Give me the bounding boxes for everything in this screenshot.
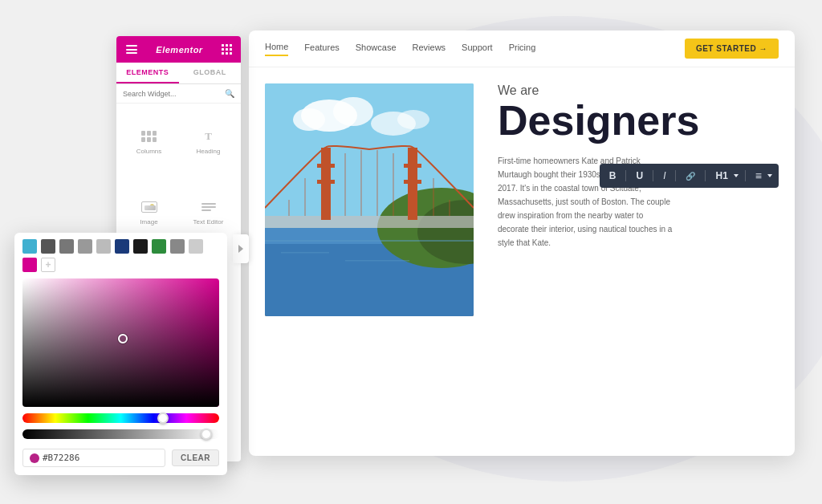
swatch-light-gray[interactable] (78, 239, 92, 254)
opacity-slider[interactable] (22, 429, 219, 439)
toolbar-divider-4 (705, 170, 706, 181)
svg-point-5 (397, 110, 429, 129)
svg-rect-26 (281, 252, 329, 254)
swatch-dark-blue[interactable] (115, 239, 129, 254)
swatch-pink[interactable] (22, 258, 37, 272)
toolbar-divider-2 (653, 170, 653, 181)
svg-rect-10 (265, 216, 474, 228)
svg-rect-13 (317, 164, 335, 168)
widget-heading[interactable]: T Heading (179, 107, 238, 177)
widget-image-label: Image (140, 218, 157, 226)
swatch-add-button[interactable]: + (41, 258, 55, 272)
swatch-green[interactable] (152, 239, 166, 254)
widget-text-editor-label: Text Editor (193, 218, 224, 226)
svg-rect-25 (265, 240, 474, 242)
format-bold-button[interactable]: B (606, 169, 620, 183)
list-chevron-icon (767, 174, 772, 177)
widget-search-container: 🔍 (116, 84, 241, 104)
image-icon (140, 199, 159, 215)
hero-image (265, 83, 474, 316)
svg-rect-14 (317, 180, 335, 184)
heading-dropdown[interactable]: H1 (712, 169, 738, 183)
format-toolbar: B U I 🔗 H1 ≡ (600, 164, 779, 188)
color-preview-dot (30, 453, 39, 463)
color-swatches-row: + (14, 233, 227, 278)
browser-window: Home Features Showcase Reviews Support P… (249, 30, 795, 456)
browser-content: We are Designers First-time homeowners K… (249, 67, 795, 456)
widget-heading-label: Heading (197, 148, 221, 155)
designers-title: Designers (498, 100, 771, 141)
svg-point-3 (293, 108, 325, 131)
search-input[interactable] (123, 90, 222, 98)
heading-chevron-icon (734, 174, 739, 177)
opacity-slider-container (14, 426, 227, 445)
toolbar-divider-3 (675, 170, 676, 181)
columns-icon (140, 128, 159, 144)
golden-gate-image (265, 83, 474, 316)
nav-home[interactable]: Home (265, 42, 288, 56)
svg-rect-27 (345, 260, 409, 262)
nav-features[interactable]: Features (304, 43, 339, 55)
nav-support[interactable]: Support (462, 43, 493, 55)
search-icon: 🔍 (225, 89, 234, 98)
we-are-text: We are (498, 83, 771, 98)
color-picker-cursor[interactable] (118, 334, 128, 343)
heading-label: H1 (712, 169, 730, 183)
list-icon: ≡ (752, 168, 765, 184)
tab-global[interactable]: GLOBAL (179, 63, 242, 83)
toolbar-divider-1 (625, 170, 626, 181)
text-editor-icon (199, 199, 218, 215)
list-dropdown[interactable]: ≡ (752, 168, 772, 184)
elementor-logo: Elementor (156, 45, 202, 55)
hamburger-icon[interactable] (126, 45, 137, 54)
get-started-button[interactable]: GET STARTED → (685, 39, 779, 59)
svg-point-2 (333, 97, 373, 126)
format-underline-button[interactable]: U (633, 169, 646, 183)
widget-columns[interactable]: Columns (120, 107, 178, 177)
hex-input-box (22, 449, 165, 467)
format-link-button[interactable]: 🔗 (682, 170, 698, 182)
browser-navbar: Home Features Showcase Reviews Support P… (249, 30, 795, 67)
color-picker-panel: + CLEAR (14, 233, 227, 475)
sidebar-header: Elementor (116, 36, 241, 63)
nav-reviews[interactable]: Reviews (413, 43, 446, 55)
swatch-pale-gray[interactable] (189, 239, 203, 254)
hue-slider-container (14, 407, 227, 426)
swatch-cyan[interactable] (22, 239, 37, 254)
arrow-right-icon (238, 245, 243, 253)
svg-rect-16 (404, 180, 421, 184)
widget-columns-label: Columns (136, 148, 162, 155)
sidebar-toggle-arrow[interactable] (233, 234, 249, 263)
nav-pricing[interactable]: Pricing (509, 43, 536, 55)
swatch-gray[interactable] (170, 239, 185, 254)
tab-elements[interactable]: ELEMENTS (116, 63, 179, 83)
clear-button[interactable]: CLEAR (172, 449, 219, 466)
swatch-dark-gray[interactable] (41, 239, 55, 254)
opacity-slider-thumb[interactable] (201, 429, 212, 440)
swatch-lighter-gray[interactable] (96, 239, 111, 254)
hue-slider-thumb[interactable] (157, 413, 169, 424)
grid-icon[interactable] (222, 44, 231, 55)
color-input-row: CLEAR (14, 445, 227, 467)
nav-showcase[interactable]: Showcase (356, 43, 397, 55)
hex-input[interactable] (43, 453, 91, 463)
format-italic-button[interactable]: I (660, 169, 669, 183)
svg-rect-15 (404, 164, 421, 168)
swatch-medium-gray[interactable] (59, 239, 74, 254)
color-gradient-picker[interactable] (22, 278, 219, 407)
hue-slider[interactable] (22, 413, 219, 423)
sidebar-tabs: ELEMENTS GLOBAL (116, 63, 241, 84)
toolbar-divider-5 (745, 170, 746, 181)
swatch-black[interactable] (133, 239, 148, 254)
heading-icon: T (199, 128, 218, 144)
